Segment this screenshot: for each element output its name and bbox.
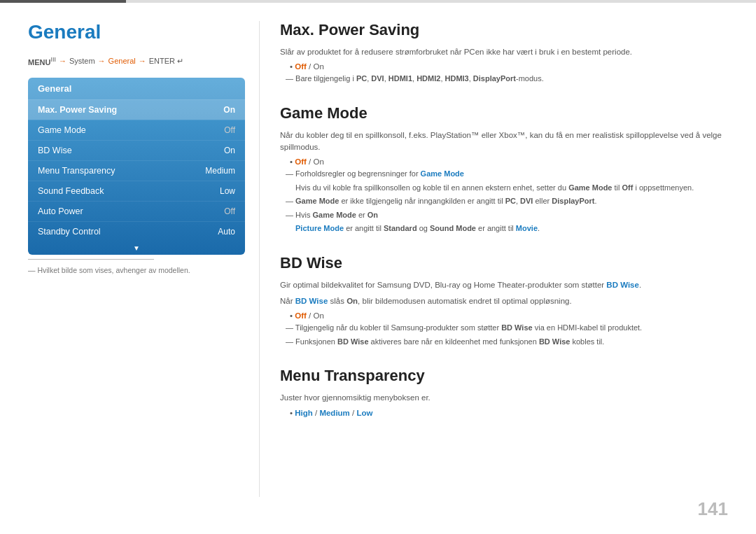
section-title-game-mode: Game Mode (280, 104, 728, 122)
menu-item-name: Max. Power Saving (38, 105, 117, 115)
menu-transparency-options: High / Medium / Low (290, 409, 728, 417)
game-mode-note-1: Forholdsregler og begrensninger for Game… (286, 168, 728, 180)
menu-item-value: Off (224, 206, 235, 216)
game-mode-note-2: Game Mode er ikke tilgjengelig når innga… (286, 195, 728, 207)
bd-wise-note-1: Tilgjengelig når du kobler til Samsung-p… (286, 322, 728, 334)
menu-box: General Max. Power Saving On Game Mode O… (28, 78, 245, 255)
system-label: System (69, 57, 95, 65)
top-rule (0, 0, 756, 3)
general-label: General (108, 57, 136, 65)
vertical-divider (259, 21, 260, 497)
bd-wise-desc1: Gir optimal bildekvalitet for Samsung DV… (280, 279, 728, 291)
section-menu-transparency: Menu Transparency Juster hvor gjennomsik… (280, 367, 728, 416)
arrow-1: → (59, 57, 66, 65)
menu-item-name: Menu Transparency (38, 166, 115, 176)
menu-item-name: BD Wise (38, 146, 72, 155)
menu-item-value: Auto (218, 227, 235, 237)
game-mode-options: Off / On (290, 157, 728, 166)
page-number: 141 (698, 498, 728, 520)
footnote: Hvilket bilde som vises, avhenger av mod… (28, 266, 190, 274)
section-title-menu-transparency: Menu Transparency (280, 367, 728, 385)
section-title-max-power: Max. Power Saving (280, 21, 728, 39)
bd-wise-options: Off / On (290, 311, 728, 320)
right-panel: Max. Power Saving Slår av produktet for … (280, 21, 728, 437)
menu-item-menu-transparency[interactable]: Menu Transparency Medium (28, 160, 245, 181)
menu-item-value: Low (220, 186, 235, 196)
game-mode-subnote-2: Picture Mode er angitt til Standard og S… (295, 223, 728, 234)
menu-item-value: On (224, 146, 235, 155)
bd-wise-note-2: Funksjonen BD Wise aktiveres bare når en… (286, 336, 728, 348)
section-title-bd-wise: BD Wise (280, 254, 728, 272)
menu-item-value: On (223, 105, 235, 115)
enter-label: ENTER ↵ (149, 57, 183, 66)
menu-label: MENUIII (28, 56, 56, 66)
menu-item-game-mode[interactable]: Game Mode Off (28, 120, 245, 140)
game-mode-note-3: Hvis Game Mode er On (286, 209, 728, 221)
menu-item-name: Auto Power (38, 206, 83, 216)
bd-wise-desc2: Når BD Wise slås On, blir bildemodusen a… (280, 295, 728, 307)
menu-more-arrow: ▼ (28, 241, 245, 255)
max-power-options: Off / On (290, 62, 728, 71)
menu-item-bd-wise[interactable]: BD Wise On (28, 140, 245, 160)
menu-transparency-desc: Juster hvor gjennomsiktig menyboksen er. (280, 392, 728, 404)
section-max-power-saving: Max. Power Saving Slår av produktet for … (280, 21, 728, 85)
menu-item-max-power[interactable]: Max. Power Saving On (28, 99, 245, 120)
max-power-note: Bare tilgjengelig i PC, DVI, HDMI1, HDMI… (286, 73, 728, 85)
menu-item-name: Game Mode (38, 125, 86, 135)
menu-item-auto-power[interactable]: Auto Power Off (28, 201, 245, 221)
max-power-desc: Slår av produktet for å redusere strømfo… (280, 46, 728, 58)
menu-item-value: Off (224, 125, 235, 135)
section-game-mode: Game Mode Når du kobler deg til en spill… (280, 104, 728, 234)
game-mode-desc: Når du kobler deg til en spillkonsoll, f… (280, 129, 728, 154)
section-bd-wise: BD Wise Gir optimal bildekvalitet for Sa… (280, 254, 728, 348)
menu-header: General (28, 78, 245, 99)
menu-item-name: Sound Feedback (38, 186, 104, 196)
menu-item-value: Medium (205, 166, 235, 176)
arrow-3: → (139, 57, 146, 65)
menu-item-standby-control[interactable]: Standby Control Auto (28, 221, 245, 241)
menu-item-name: Standby Control (38, 227, 101, 237)
menu-item-sound-feedback[interactable]: Sound Feedback Low (28, 181, 245, 201)
left-divider (28, 259, 154, 260)
left-panel: General MENUIII → System → General → ENT… (28, 21, 252, 255)
game-mode-subnote-1: Hvis du vil koble fra spillkonsollen og … (295, 182, 728, 194)
page-title: General (28, 21, 252, 43)
arrow-2: → (98, 57, 106, 65)
breadcrumb: MENUIII → System → General → ENTER ↵ (28, 56, 252, 66)
